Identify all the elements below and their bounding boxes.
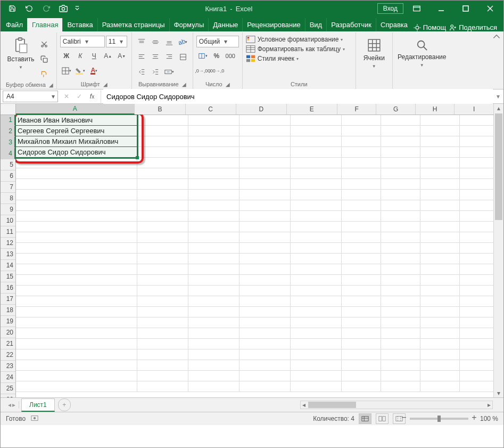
cell-G13[interactable] (381, 243, 420, 254)
column-header-E[interactable]: E (287, 104, 337, 115)
cell-I16[interactable] (460, 275, 494, 286)
italic-button[interactable]: К (74, 50, 87, 62)
row-headers[interactable]: 1234567891011121314151617181920212223242… (1, 115, 16, 397)
cell-F3[interactable] (342, 136, 381, 147)
cell-C10[interactable] (188, 211, 239, 222)
zoom-knob[interactable] (437, 416, 441, 422)
scroll-down-icon[interactable]: ▾ (494, 389, 503, 397)
cell-D21[interactable] (239, 328, 291, 339)
cell-C8[interactable] (188, 190, 239, 200)
cell-I19[interactable] (460, 307, 494, 317)
cell-A14[interactable] (16, 254, 137, 264)
cell-D20[interactable] (239, 317, 291, 328)
cell-C21[interactable] (188, 328, 239, 339)
align-bottom-icon[interactable] (163, 36, 176, 48)
collapse-ribbon-icon[interactable] (492, 32, 501, 89)
cell-C6[interactable] (188, 168, 239, 179)
cell-C16[interactable] (188, 275, 239, 286)
row-header-9[interactable]: 9 (1, 204, 15, 215)
cell-A10[interactable] (16, 211, 137, 222)
cell-I3[interactable] (460, 136, 494, 147)
save-icon[interactable] (6, 2, 19, 15)
cell-G10[interactable] (381, 211, 420, 222)
cell-A3[interactable]: Михайлов Михаил Михайлович (16, 136, 137, 147)
cell-C15[interactable] (188, 264, 239, 275)
cell-H20[interactable] (420, 317, 460, 328)
cell-H8[interactable] (420, 190, 460, 200)
conditional-formatting-button[interactable]: Условное форматирование▾ (246, 35, 343, 44)
cell-F4[interactable] (342, 147, 381, 158)
cell-G23[interactable] (381, 349, 420, 360)
comma-format-icon[interactable]: 000 (224, 50, 237, 62)
vertical-scrollbar[interactable]: ▴ ▾ (493, 104, 503, 397)
cell-A11[interactable] (16, 222, 137, 232)
cell-A1[interactable]: Иванов Иван Иванович (16, 115, 137, 126)
cell-I4[interactable] (460, 147, 494, 158)
row-header-14[interactable]: 14 (1, 260, 15, 271)
cell-G3[interactable] (381, 136, 420, 147)
cell-C22[interactable] (188, 339, 239, 349)
cell-H25[interactable] (420, 371, 460, 381)
cell-F7[interactable] (342, 179, 381, 190)
cell-D18[interactable] (239, 296, 291, 307)
cell-G5[interactable] (381, 158, 420, 168)
cell-B24[interactable] (137, 360, 188, 371)
cell-E11[interactable] (291, 222, 342, 232)
cell-E22[interactable] (291, 339, 342, 349)
cell-B26[interactable] (137, 381, 188, 392)
cell-B10[interactable] (137, 211, 188, 222)
cell-I6[interactable] (460, 168, 494, 179)
cell-I11[interactable] (460, 222, 494, 232)
cell-F8[interactable] (342, 190, 381, 200)
cell-B17[interactable] (137, 286, 188, 296)
row-header-25[interactable]: 25 (1, 383, 15, 394)
column-headers[interactable]: ABCDEFGHI (15, 104, 494, 115)
align-right-icon[interactable] (163, 51, 176, 63)
cell-F15[interactable] (342, 264, 381, 275)
macro-record-icon[interactable] (31, 414, 38, 423)
cell-C17[interactable] (188, 286, 239, 296)
enter-formula-icon[interactable]: ✓ (73, 90, 86, 103)
cell-I14[interactable] (460, 254, 494, 264)
cell-I5[interactable] (460, 158, 494, 168)
column-header-D[interactable]: D (236, 104, 287, 115)
borders-icon[interactable]: ▾ (60, 64, 73, 77)
align-middle-icon[interactable] (149, 36, 162, 48)
cell-E17[interactable] (291, 286, 342, 296)
clipboard-dialog-launcher[interactable]: ◢ (49, 82, 53, 88)
cell-D10[interactable] (239, 211, 291, 222)
cell-C11[interactable] (188, 222, 239, 232)
font-color-icon[interactable]: A ▾ (88, 64, 101, 77)
cell-H15[interactable] (420, 264, 460, 275)
zoom-in-button[interactable]: + (470, 414, 478, 421)
cell-F23[interactable] (342, 349, 381, 360)
vscroll-thumb[interactable] (495, 113, 502, 220)
cell-B22[interactable] (137, 339, 188, 349)
cell-E24[interactable] (291, 360, 342, 371)
cell-I24[interactable] (460, 360, 494, 371)
minimize-button[interactable] (430, 1, 452, 17)
cell-D16[interactable] (239, 275, 291, 286)
decrease-decimal-icon[interactable]: ,00→,0 (210, 64, 223, 77)
scroll-left-icon[interactable]: ◂ (301, 401, 307, 409)
cell-H19[interactable] (420, 307, 460, 317)
cell-D22[interactable] (239, 339, 291, 349)
cell-I13[interactable] (460, 243, 494, 254)
merge-icon[interactable]: ▾ (163, 66, 176, 78)
cell-H22[interactable] (420, 339, 460, 349)
cell-G15[interactable] (381, 264, 420, 275)
cell-F18[interactable] (342, 296, 381, 307)
cell-G21[interactable] (381, 328, 420, 339)
cell-H24[interactable] (420, 360, 460, 371)
cell-H10[interactable] (420, 211, 460, 222)
cell-G1[interactable] (381, 115, 420, 126)
tab-page-layout[interactable]: Разметка страницы (97, 18, 169, 31)
cancel-formula-icon[interactable]: ✕ (60, 90, 73, 103)
cell-D7[interactable] (239, 179, 291, 190)
cell-E25[interactable] (291, 371, 342, 381)
row-header-24[interactable]: 24 (1, 372, 15, 383)
cell-I12[interactable] (460, 232, 494, 243)
insert-function-icon[interactable]: fx (86, 90, 98, 103)
cell-B21[interactable] (137, 328, 188, 339)
cell-E5[interactable] (291, 158, 342, 168)
